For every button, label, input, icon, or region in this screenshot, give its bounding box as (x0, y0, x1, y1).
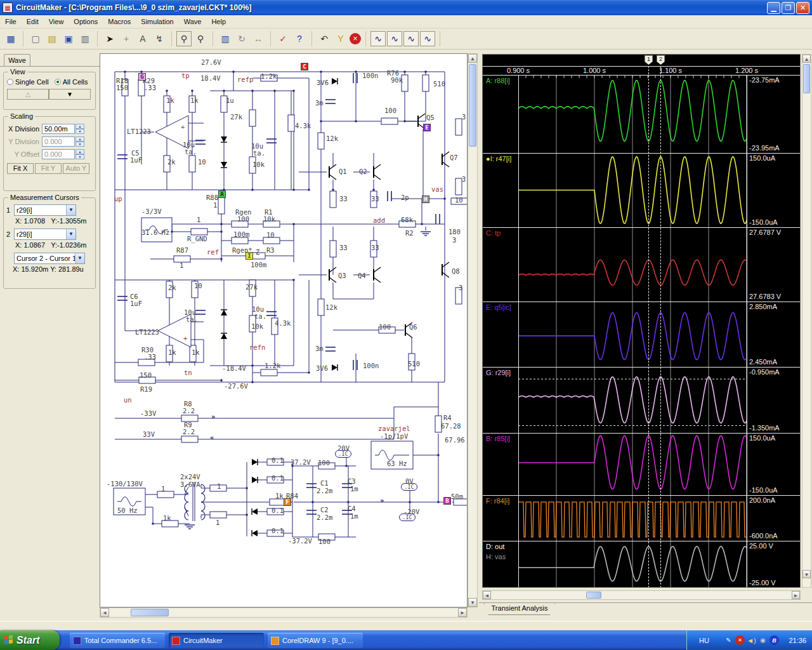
waveform-plot-area[interactable]: 0.900 s1.000 s1.100 s1.200 sA: r88[i]-23… (482, 54, 801, 588)
y-offset-spinner[interactable]: ▲▼ (75, 149, 84, 159)
toolbar-tool-icon[interactable]: Y (333, 31, 348, 46)
schematic-label: 1k (163, 514, 171, 522)
hscroll-thumb[interactable] (131, 609, 169, 616)
menu-item-edit[interactable]: Edit (22, 16, 44, 27)
start-button[interactable]: Start (0, 630, 60, 650)
schematic-label: 0.1 (272, 507, 284, 514)
radio-all-cells[interactable]: All Cells (55, 78, 88, 86)
toolbar-scope-d-icon[interactable]: ∿ (420, 31, 435, 46)
schematic-label: -37.2V (288, 537, 312, 545)
cursor1-signal-combo[interactable]: r29[i] ▼ (14, 204, 76, 216)
language-indicator[interactable]: HU (693, 637, 715, 644)
chevron-down-icon[interactable]: ▼ (66, 229, 75, 239)
y-division-spinner[interactable]: ▲▼ (75, 136, 84, 147)
tab-wave[interactable]: Wave (4, 54, 30, 66)
scroll-right-icon[interactable]: ► (458, 608, 467, 617)
time-axis-label: 1.000 s (575, 67, 613, 74)
wave-hscroll-thumb[interactable] (586, 592, 601, 599)
probe-marker-F[interactable]: F (284, 498, 291, 506)
toolbar-library-icon[interactable]: ▦ (3, 31, 18, 46)
toolbar-scope-a-icon[interactable]: ∿ (370, 31, 386, 46)
vscroll-thumb[interactable] (469, 64, 476, 147)
bluetooth-icon[interactable]: B (769, 635, 779, 645)
taskbar-task-0[interactable]: Total Commander 6.5... (70, 633, 165, 648)
wave-hscrollbar[interactable]: ◄ ► (482, 590, 801, 600)
scroll-up-icon[interactable]: ▲ (802, 55, 811, 63)
taskbar-task-1[interactable]: CircuitMaker (169, 633, 264, 648)
cell-up-button[interactable]: △ (7, 89, 49, 100)
security-shield-icon[interactable]: ✕ (735, 635, 745, 645)
y-offset-input[interactable] (42, 149, 75, 159)
trace-value-top-I: 150.0uA (749, 154, 775, 162)
volume-icon[interactable]: ◄) (747, 635, 756, 645)
toolbar-rotate-icon[interactable]: ↻ (234, 31, 249, 46)
cursor-flag-1[interactable]: 1 (645, 55, 653, 65)
probe-marker-A[interactable]: A (218, 190, 226, 198)
x-division-input[interactable] (42, 124, 75, 134)
menu-item-simulation[interactable]: Simulation (136, 16, 178, 27)
scroll-left-icon[interactable]: ◄ (100, 608, 109, 617)
scroll-down-icon[interactable]: ▼ (802, 570, 811, 578)
view-legend: View (8, 68, 27, 76)
scroll-right-icon[interactable]: ► (792, 591, 800, 599)
toolbar-scope-c-icon[interactable]: ∿ (403, 31, 419, 46)
probe-marker-H[interactable]: H (422, 196, 429, 203)
close-button[interactable]: ✕ (796, 2, 809, 14)
probe-marker-E[interactable]: E (423, 124, 431, 131)
toolbar-plus-icon[interactable]: + (119, 31, 134, 46)
schematic-label: 33 (339, 195, 348, 202)
y-division-input[interactable] (42, 136, 75, 147)
toolbar-stop-icon[interactable]: × (350, 33, 361, 44)
probe-marker-G[interactable]: G (138, 73, 146, 81)
cursor-flag-2[interactable]: 2 (657, 55, 665, 65)
restore-button[interactable]: ❐ (782, 2, 795, 14)
toolbar-undo-icon[interactable]: ↶ (317, 31, 332, 46)
toolbar-open-icon[interactable]: ▤ (44, 31, 60, 46)
toolbar-doc-find-icon[interactable]: ▥ (218, 31, 233, 46)
chevron-down-icon[interactable]: ▼ (66, 205, 75, 215)
toolbar-edit-check-icon[interactable]: ✓ (275, 31, 291, 46)
cursor-diff-combo[interactable]: Cursor 2 - Cursor 1 ▼ (14, 253, 85, 264)
menu-item-help[interactable]: Help (206, 16, 231, 27)
toolbar-zoom-select-icon[interactable]: ⚲ (176, 31, 192, 46)
menu-item-file[interactable]: File (0, 16, 22, 27)
toolbar-print-icon[interactable]: ▥ (77, 31, 93, 46)
toolbar-help-icon[interactable]: ? (292, 31, 307, 46)
device-icon[interactable]: ◉ (758, 635, 768, 645)
menu-item-options[interactable]: Options (69, 16, 103, 27)
cursor2-signal-combo[interactable]: r29[i] ▼ (14, 229, 76, 240)
probe-marker-B[interactable]: B (443, 497, 451, 505)
probe-marker-I[interactable]: I (246, 252, 253, 260)
scroll-down-icon[interactable]: ▼ (468, 598, 477, 607)
tab-transient-analysis[interactable]: Transient Analysis (484, 603, 555, 615)
radio-single-cell[interactable]: Single Cell (7, 78, 49, 86)
toolbar-probe-icon[interactable]: ↯ (152, 31, 167, 46)
x-division-spinner[interactable]: ▲▼ (75, 124, 84, 134)
scroll-up-icon[interactable]: ▲ (468, 54, 477, 63)
wave-vscroll-thumb[interactable] (803, 64, 810, 93)
chevron-down-icon[interactable]: ▼ (75, 253, 84, 263)
toolbar-scope-b-icon[interactable]: ∿ (387, 31, 402, 46)
tablet-tool-icon[interactable]: ✎ (724, 635, 733, 645)
toolbar-pointer-icon[interactable]: ➤ (102, 31, 117, 46)
schematic-canvas[interactable]: 27.6VR18150R29.33tp18.4Vrefp1.2k1k1k1u27… (100, 53, 468, 607)
toolbar-new-icon[interactable]: ▢ (28, 31, 43, 46)
taskbar-task-2[interactable]: CorelDRAW 9 - [9_0.... (268, 633, 363, 648)
fit-x-button[interactable]: Fit X (7, 163, 34, 174)
auto-y-button[interactable]: Auto Y (63, 163, 89, 174)
toolbar-zoom-icon[interactable]: ⚲ (193, 31, 208, 46)
cell-down-button[interactable]: ▼ (49, 89, 91, 100)
menu-item-macros[interactable]: Macros (103, 16, 136, 27)
scroll-left-icon[interactable]: ◄ (483, 591, 491, 599)
schematic-vscrollbar[interactable]: ▲ ▼ (468, 53, 478, 607)
fit-y-button[interactable]: Fit Y (35, 163, 62, 174)
menu-item-wave[interactable]: Wave (179, 16, 207, 27)
menu-item-view[interactable]: View (44, 16, 69, 27)
schematic-hscrollbar[interactable]: ◄ ► (100, 607, 468, 618)
toolbar-save-icon[interactable]: ▣ (61, 31, 76, 46)
probe-marker-C[interactable]: C (301, 63, 308, 70)
wave-vscrollbar[interactable]: ▲ ▼ (802, 54, 811, 588)
toolbar-split-icon[interactable]: ↔ (251, 31, 266, 46)
minimize-button[interactable]: ▁ (767, 2, 780, 14)
toolbar-text-icon[interactable]: A (135, 31, 150, 46)
